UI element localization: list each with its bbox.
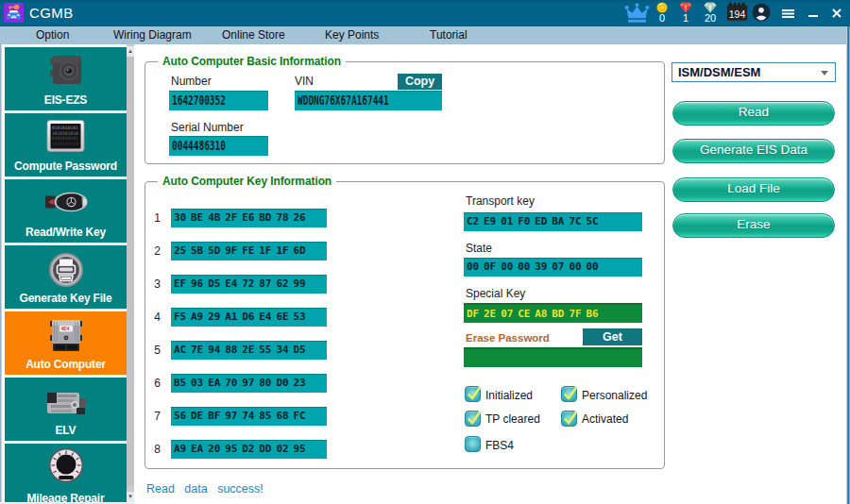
checkbox-label-activated: Activated xyxy=(582,412,628,426)
serial-number-label: Serial Number xyxy=(171,121,244,134)
sidebar-item-mileage-repair[interactable]: Mileage Repair xyxy=(5,444,127,502)
close-button[interactable] xyxy=(825,0,848,26)
minimize-button[interactable] xyxy=(802,0,824,26)
sidebar-item-label: Compute Password xyxy=(5,160,127,173)
svg-text:0101010101: 0101010101 xyxy=(52,126,78,130)
special-key-label: Special Key xyxy=(466,287,525,300)
key-row-index: 6 xyxy=(147,377,161,390)
module-select-value: ISM/DSM/ESM xyxy=(678,65,760,79)
vin-value: WDDNG76X67A167441 xyxy=(298,91,389,110)
read-button[interactable]: Read xyxy=(672,101,835,126)
sidebar-item-generate-key-file[interactable]: Generate Key File xyxy=(5,245,127,309)
key-row-index: 4 xyxy=(147,311,161,324)
checkbox-tp-cleared[interactable] xyxy=(465,411,481,427)
key-row-field[interactable]: EF 96 D5 E4 72 87 62 99 xyxy=(171,275,327,294)
state-field[interactable]: 00 0F 00 00 39 07 00 00 xyxy=(464,258,642,277)
generate-key-file-icon xyxy=(5,252,127,288)
key-row-index: 7 xyxy=(147,410,161,423)
serial-number-field[interactable]: 0044486310 xyxy=(169,136,268,156)
sidebar: EIS-EZS 0101010101 1010101010 0101010101… xyxy=(2,44,127,502)
key-row-index: 2 xyxy=(147,244,161,258)
key-row-field[interactable]: AC 7E 94 88 2E 55 34 D5 xyxy=(171,341,327,360)
transport-key-field[interactable]: C2 E9 01 F0 ED BA 7C 5C xyxy=(464,212,642,231)
serial-number-value: 0044486310 xyxy=(172,136,226,156)
svg-text:1010101010: 1010101010 xyxy=(52,131,78,136)
load-file-button[interactable]: Load File xyxy=(672,177,835,202)
sidebar-item-label: Mileage Repair xyxy=(5,492,127,502)
scroll-down-icon[interactable]: ▼ xyxy=(127,492,134,502)
checkbox-label-fbs4: FBS4 xyxy=(485,439,514,452)
sidebar-item-elv[interactable]: ELV xyxy=(5,378,127,441)
calendar-stat[interactable]: 194 xyxy=(726,2,748,21)
status-message: Read data success! xyxy=(146,482,264,496)
gem-green-count: 20 xyxy=(696,12,724,24)
key-info-title: Auto Computer Key Information xyxy=(158,175,336,188)
account-icon[interactable] xyxy=(752,3,771,25)
menu-bar: Option Wiring Diagram Online Store Key P… xyxy=(0,26,850,44)
key-row-field[interactable]: B5 03 EA 70 97 80 D0 23 xyxy=(171,374,327,393)
key-glyph xyxy=(8,5,19,9)
crown-icon[interactable] xyxy=(623,3,651,26)
sidebar-item-auto-computer[interactable]: 4E4 Auto Computer xyxy=(5,311,127,375)
sidebar-scrollbar[interactable]: ▲ ▼ xyxy=(127,44,134,502)
window-title: CGMB xyxy=(29,5,74,21)
erase-button[interactable]: Erase xyxy=(672,213,835,238)
menu-tutorial[interactable]: Tutorial xyxy=(430,28,468,43)
scroll-up-icon[interactable]: ▲ xyxy=(127,46,134,57)
erase-password-label: Erase Password xyxy=(466,332,550,344)
vin-label: VIN xyxy=(295,75,314,88)
scrollbar-thumb[interactable] xyxy=(127,57,134,486)
key-row-field[interactable]: 30 BE 4B 2F E6 BD 78 26 xyxy=(171,209,327,227)
checkbox-activated[interactable] xyxy=(561,411,577,427)
sidebar-item-read-write-key[interactable]: Read/Write Key xyxy=(5,179,127,243)
key-row-field[interactable]: 25 5B 5D 9F FE 1F 1F 6D xyxy=(171,242,327,260)
mileage-repair-icon xyxy=(5,447,127,483)
minimize-icon xyxy=(808,8,819,19)
elv-icon xyxy=(5,391,127,415)
vin-field[interactable]: WDDNG76X67A167441 xyxy=(295,91,442,110)
checkbox-fbs4[interactable] xyxy=(465,436,481,452)
special-key-field[interactable]: DF 2E 07 CE A8 BD 7F B6 xyxy=(464,303,642,323)
key-row-index: 3 xyxy=(147,277,161,291)
menu-button[interactable] xyxy=(776,0,799,26)
sidebar-item-label: EIS-EZS xyxy=(5,93,127,107)
gem-green-stat[interactable]: 20 xyxy=(696,0,724,26)
transport-key-label: Transport key xyxy=(466,194,535,208)
key-row-field[interactable]: A9 EA 20 95 D2 DD 02 95 xyxy=(171,440,327,459)
get-button[interactable]: Get xyxy=(583,328,642,345)
checkbox-label-personalized: Personalized xyxy=(582,389,647,402)
key-row-field[interactable]: F5 A9 29 A1 D6 E4 6E 53 xyxy=(171,308,327,327)
checkbox-label-tp-cleared: TP cleared xyxy=(485,412,540,426)
erase-password-field[interactable] xyxy=(464,347,642,367)
number-field[interactable]: 1642700352 xyxy=(169,91,268,110)
number-label: Number xyxy=(171,75,212,88)
sidebar-item-label: Read/Write Key xyxy=(5,226,127,239)
checkbox-personalized[interactable] xyxy=(561,386,577,402)
menu-online-store[interactable]: Online Store xyxy=(222,28,285,43)
key-row-index: 5 xyxy=(147,344,161,357)
checkbox-initialized[interactable] xyxy=(465,386,481,402)
copy-button[interactable]: Copy xyxy=(398,74,442,90)
generate-eis-data-button[interactable]: Generate EIS Data xyxy=(672,139,835,163)
sidebar-item-label: Generate Key File xyxy=(5,292,127,305)
app-window: CGMB 0 1 xyxy=(0,0,850,504)
key-row-field[interactable]: 56 DE BF 97 74 85 68 FC xyxy=(171,407,327,426)
svg-text:4E4: 4E4 xyxy=(60,326,69,331)
car-glyph xyxy=(7,10,21,19)
close-icon xyxy=(832,8,842,18)
menu-key-points[interactable]: Key Points xyxy=(325,28,379,43)
sidebar-item-eis-ezs[interactable]: EIS-EZS xyxy=(5,47,127,110)
app-logo-icon xyxy=(4,3,24,23)
sidebar-item-label: Auto Computer xyxy=(5,358,127,371)
module-select[interactable]: ISM/DSM/ESM xyxy=(672,62,836,82)
menu-wiring-diagram[interactable]: Wiring Diagram xyxy=(113,28,192,43)
calendar-count: 194 xyxy=(726,8,748,20)
sidebar-item-label: ELV xyxy=(5,424,127,437)
key-row-index: 8 xyxy=(147,443,161,456)
hamburger-icon xyxy=(782,9,794,18)
svg-text:0101010101: 0101010101 xyxy=(52,136,78,141)
basic-info-title: Auto Computer Basic Information xyxy=(158,55,346,68)
sidebar-item-compute-password[interactable]: 0101010101 1010101010 0101010101 1010101… xyxy=(5,113,127,176)
menu-option[interactable]: Option xyxy=(36,28,69,43)
title-bar: CGMB 0 1 xyxy=(0,0,850,26)
